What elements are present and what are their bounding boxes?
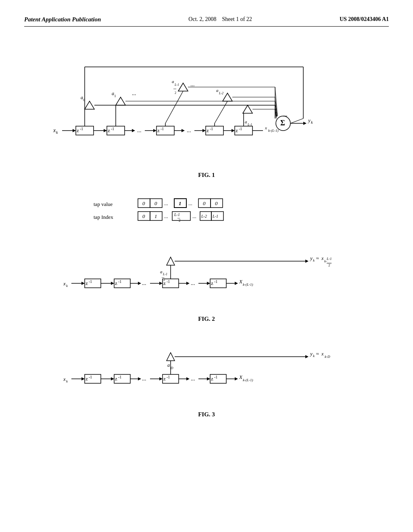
header-publication-title: Patent Application Publication <box>24 16 101 23</box>
svg-text:...: ... <box>164 200 168 206</box>
page-header: Patent Application Publication Oct. 2, 2… <box>24 16 389 27</box>
svg-text:...: ... <box>164 213 168 219</box>
svg-text:z: z <box>211 376 213 382</box>
svg-text:-1: -1 <box>89 375 92 379</box>
svg-text:tap Index: tap Index <box>94 214 113 220</box>
svg-text:k-D: k-D <box>325 355 330 359</box>
svg-text:k: k <box>313 354 315 358</box>
svg-text:k: k <box>66 379 68 383</box>
figure-2-section: x k z -1 z -1 ... z -1 <box>24 243 389 322</box>
svg-text:z: z <box>108 127 110 133</box>
svg-text:-1: -1 <box>214 375 217 379</box>
svg-text:x: x <box>63 376 66 382</box>
svg-text:a: a <box>245 119 247 124</box>
svg-text:X: X <box>239 374 243 380</box>
svg-text:-1: -1 <box>118 279 121 284</box>
svg-text:L-1: L-1 <box>212 214 218 218</box>
svg-marker-129 <box>138 282 141 285</box>
svg-marker-177 <box>138 377 141 380</box>
svg-marker-172 <box>111 377 114 380</box>
svg-text:L-2: L-2 <box>201 214 207 218</box>
svg-text:a: a <box>216 88 219 93</box>
svg-text:≈: ≈ <box>316 256 319 261</box>
svg-marker-180 <box>159 377 163 380</box>
tap-table-section: tap value tap Index 0 0 ... 1 ... 0 0 <box>24 195 389 231</box>
svg-text:a: a <box>167 362 170 368</box>
svg-marker-76 <box>303 122 307 125</box>
svg-marker-36 <box>85 101 94 109</box>
svg-text:z: z <box>86 280 88 286</box>
svg-text:2: 2 <box>328 263 330 267</box>
svg-text:...: ... <box>190 81 195 87</box>
svg-text:0: 0 <box>142 213 145 219</box>
fig2-label: FIG. 2 <box>198 316 215 322</box>
svg-text:0: 0 <box>203 200 206 206</box>
svg-text:─: ─ <box>173 87 177 91</box>
svg-marker-49 <box>178 83 188 91</box>
svg-line-86 <box>290 118 303 123</box>
header-date: Oct. 2, 2008 <box>188 16 216 22</box>
svg-text:-1: -1 <box>118 375 121 379</box>
svg-marker-199 <box>207 377 210 380</box>
svg-text:y: y <box>309 255 313 261</box>
svg-text:...: ... <box>142 376 146 382</box>
svg-text:z: z <box>163 376 166 382</box>
svg-marker-59 <box>223 93 232 101</box>
svg-text:k: k <box>56 130 58 135</box>
svg-text:z: z <box>77 127 79 133</box>
svg-text:1: 1 <box>179 200 181 206</box>
header-date-sheet: Oct. 2, 2008 Sheet 1 of 22 <box>188 16 252 23</box>
svg-marker-204 <box>235 377 238 380</box>
svg-line-63 <box>215 101 227 123</box>
svg-text:1: 1 <box>114 94 116 98</box>
svg-text:x: x <box>53 127 56 133</box>
svg-text:...: ... <box>142 280 146 286</box>
svg-text:-1: -1 <box>210 127 213 131</box>
svg-text:x: x <box>321 256 324 261</box>
svg-text:...: ... <box>191 376 195 382</box>
svg-text:y: y <box>309 351 313 357</box>
svg-text:1: 1 <box>154 213 157 219</box>
svg-text:tap value: tap value <box>94 201 113 207</box>
svg-text:...: ... <box>187 127 191 133</box>
svg-text:0: 0 <box>154 200 157 206</box>
svg-marker-124 <box>111 282 114 285</box>
svg-marker-161 <box>235 282 238 285</box>
svg-text:z: z <box>206 127 209 133</box>
svg-text:L-2: L-2 <box>219 91 223 95</box>
svg-text:0: 0 <box>142 200 145 206</box>
svg-text:-1: -1 <box>167 375 170 379</box>
svg-text:-1: -1 <box>239 127 242 131</box>
page: Patent Application Publication Oct. 2, 2… <box>0 0 413 532</box>
svg-text:x: x <box>63 281 66 287</box>
svg-text:z: z <box>211 280 213 286</box>
svg-text:2: 2 <box>163 278 165 282</box>
svg-text:y: y <box>307 117 311 123</box>
svg-text:L-1: L-1 <box>326 257 332 261</box>
svg-marker-119 <box>81 282 85 285</box>
svg-marker-185 <box>167 353 175 361</box>
svg-text:L-1: L-1 <box>174 83 179 87</box>
svg-marker-156 <box>207 282 210 285</box>
svg-text:k: k <box>313 258 315 262</box>
svg-marker-167 <box>81 377 85 380</box>
svg-text:x: x <box>321 351 324 357</box>
svg-text:z: z <box>115 376 117 382</box>
svg-marker-189 <box>305 355 309 358</box>
svg-text:k-(L-1): k-(L-1) <box>243 378 253 382</box>
svg-text:...: ... <box>132 90 136 96</box>
svg-text:2: 2 <box>179 218 181 222</box>
svg-text:2: 2 <box>175 91 176 95</box>
svg-text:-1: -1 <box>167 279 170 284</box>
fig1-diagram: x k z -1 z -1 ... z -1 <box>41 43 372 168</box>
svg-text:z: z <box>157 127 160 133</box>
header-sheet: Sheet 1 of 22 <box>222 16 252 22</box>
figure-1-section: x k z -1 z -1 ... z -1 <box>24 43 389 179</box>
svg-text:≈: ≈ <box>316 351 319 357</box>
fig2-diagram: x k z -1 z -1 ... z -1 <box>55 243 358 312</box>
svg-marker-65 <box>243 105 252 113</box>
svg-text:...: ... <box>188 200 192 206</box>
svg-marker-153 <box>186 282 190 285</box>
svg-text:0: 0 <box>215 200 218 206</box>
svg-marker-24 <box>202 129 206 132</box>
